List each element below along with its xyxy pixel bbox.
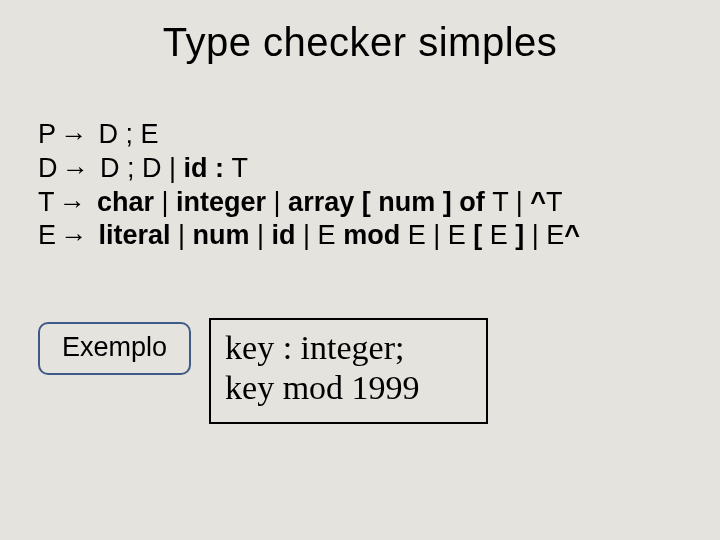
- example-line-1: key : integer;: [225, 328, 420, 368]
- slide-title: Type checker simples: [0, 0, 720, 65]
- nonterminal-E: E: [318, 220, 344, 250]
- nonterminal-T: T: [38, 187, 55, 217]
- nonterminal-E: E: [38, 220, 56, 250]
- pipe: |: [433, 220, 448, 250]
- nonterminal-E: E: [408, 220, 434, 250]
- pipe: |: [516, 187, 531, 217]
- nonterminal-E: E: [546, 220, 564, 250]
- terminal-rbracket: ]: [515, 220, 532, 250]
- pipe: |: [274, 187, 289, 217]
- terminal-caret: ^: [564, 220, 580, 250]
- arrow-icon: →: [58, 153, 93, 187]
- terminal-integer: integer: [176, 187, 274, 217]
- nonterminal-E: E: [448, 220, 474, 250]
- terminal-id-colon: id :: [184, 153, 232, 183]
- grammar-line-2-rhs-plain: D ; D |: [93, 153, 184, 183]
- nonterminal-T: T: [546, 187, 563, 217]
- grammar-block: P→ D ; E D→ D ; D | id : T T→ char | int…: [38, 118, 580, 253]
- grammar-line-3: T→ char | integer | array [ num ] of T |…: [38, 186, 580, 220]
- nonterminal-D: D: [38, 153, 58, 183]
- nonterminal-E: E: [490, 220, 516, 250]
- grammar-line-1: P→ D ; E: [38, 118, 580, 152]
- arrow-icon: →: [56, 119, 91, 153]
- nonterminal-T: T: [232, 153, 249, 183]
- example-section: Exemplo key : integer; key mod 1999: [38, 318, 488, 424]
- example-line-2: key mod 1999: [225, 368, 420, 408]
- grammar-line-1-rhs: D ; E: [91, 119, 159, 149]
- pipe: |: [532, 220, 547, 250]
- pipe: |: [257, 220, 272, 250]
- terminal-caret: ^: [530, 187, 546, 217]
- slide: Type checker simples P→ D ; E D→ D ; D |…: [0, 0, 720, 540]
- pipe: |: [162, 187, 177, 217]
- arrow-icon: →: [55, 187, 90, 221]
- terminal-char: char: [90, 187, 162, 217]
- terminal-literal: literal: [91, 220, 178, 250]
- nonterminal-P: P: [38, 119, 56, 149]
- grammar-line-2: D→ D ; D | id : T: [38, 152, 580, 186]
- nonterminal-T: T: [492, 187, 516, 217]
- pipe: |: [178, 220, 193, 250]
- terminal-id: id: [272, 220, 304, 250]
- arrow-icon: →: [56, 220, 91, 254]
- terminal-num: num: [193, 220, 258, 250]
- pipe: |: [303, 220, 318, 250]
- terminal-array-num-of: array [ num ] of: [288, 187, 492, 217]
- terminal-mod: mod: [343, 220, 408, 250]
- grammar-line-4: E→ literal | num | id | E mod E | E [ E …: [38, 219, 580, 253]
- example-label: Exemplo: [62, 332, 167, 362]
- terminal-lbracket: [: [473, 220, 490, 250]
- example-code-box: key : integer; key mod 1999: [209, 318, 488, 424]
- example-label-box: Exemplo: [38, 322, 191, 375]
